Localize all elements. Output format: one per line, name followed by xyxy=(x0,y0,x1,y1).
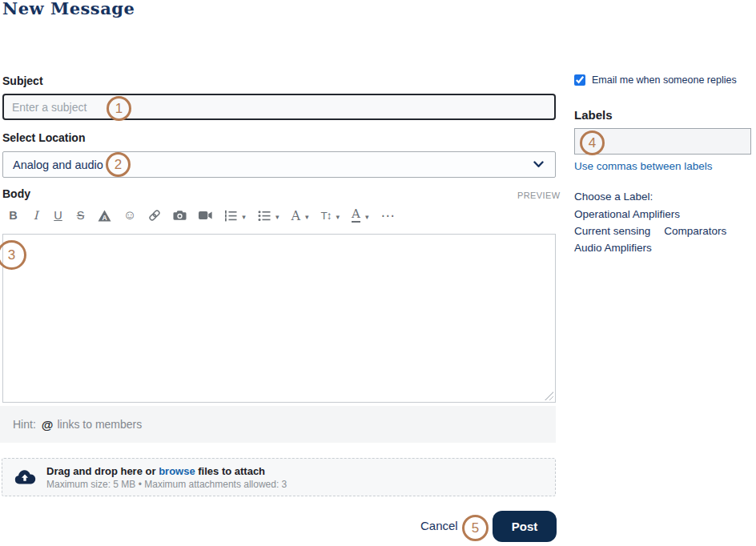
at-mention-symbol: @ xyxy=(42,418,54,432)
email-notify-label: Email me when someone replies xyxy=(592,74,737,86)
suggestion-row: Operational Amplifiers xyxy=(574,206,755,223)
email-notify-row: Email me when someone replies xyxy=(574,74,737,86)
label-link-audio-amplifiers[interactable]: Audio Amplifiers xyxy=(574,242,652,254)
attachment-dropzone[interactable]: Drag and drop here or browse files to at… xyxy=(2,458,556,496)
ordered-list-icon xyxy=(224,210,237,222)
bold-icon[interactable]: B xyxy=(8,206,18,225)
underline-icon[interactable]: U xyxy=(53,206,63,225)
annotation-2: 2 xyxy=(106,152,131,177)
text-color-dropdown[interactable]: A xyxy=(352,208,368,223)
subject-label: Subject xyxy=(2,74,43,87)
chevron-down-icon xyxy=(336,208,340,223)
location-label: Select Location xyxy=(2,131,85,144)
ordered-list-dropdown[interactable] xyxy=(224,208,246,223)
annotation-4: 4 xyxy=(580,130,605,155)
unordered-list-dropdown[interactable] xyxy=(258,208,279,223)
camera-icon xyxy=(173,210,187,221)
video-camera-icon xyxy=(199,211,212,220)
attachment-text: Drag and drop here or browse files to at… xyxy=(46,465,287,490)
spoiler-warning-icon[interactable]: A xyxy=(98,206,111,225)
label-link-operational-amplifiers[interactable]: Operational Amplifiers xyxy=(574,208,680,220)
insert-link-icon[interactable] xyxy=(148,206,161,225)
email-notify-checkbox[interactable] xyxy=(574,74,585,86)
page-title: New Message xyxy=(2,0,135,18)
label-suggestions: Operational Amplifiers Current sensingCo… xyxy=(574,206,755,256)
attachment-limits: Maximum size: 5 MB • Maximum attachments… xyxy=(46,479,287,490)
subject-input[interactable] xyxy=(2,94,556,120)
strikethrough-icon[interactable]: S xyxy=(75,206,86,225)
body-editor-container xyxy=(2,234,556,403)
labels-help-link[interactable]: Use commas between labels xyxy=(574,160,713,172)
attachment-text-before: Drag and drop here or xyxy=(46,465,159,477)
insert-image-icon[interactable] xyxy=(173,206,187,225)
body-label: Body xyxy=(2,187,30,200)
link-icon xyxy=(148,209,161,222)
location-selected-value: Analog and audio xyxy=(13,159,533,171)
cloud-upload-icon xyxy=(14,469,36,486)
new-message-page: New Message Subject Select Location Anal… xyxy=(0,0,756,546)
preview-toggle[interactable]: PREVIEW xyxy=(517,191,561,200)
annotation-5: 5 xyxy=(462,515,489,541)
attachment-text-after: files to attach xyxy=(195,465,265,477)
hint-suffix: links to members xyxy=(57,418,142,431)
text-color-icon: A xyxy=(352,208,360,223)
body-editor[interactable] xyxy=(3,235,555,402)
chevron-down-icon xyxy=(305,208,309,223)
warning-triangle-icon: A xyxy=(98,210,111,222)
font-size-dropdown[interactable]: T↕ xyxy=(321,208,340,223)
choose-label-text: Choose a Label: xyxy=(574,191,653,203)
font-size-icon: T↕ xyxy=(321,210,332,222)
suggestion-row: Current sensingComparators xyxy=(574,223,755,239)
chevron-down-icon xyxy=(275,208,279,223)
cancel-button[interactable]: Cancel xyxy=(420,519,458,532)
label-link-comparators[interactable]: Comparators xyxy=(664,225,726,237)
italic-icon[interactable]: I xyxy=(30,206,41,225)
body-toolbar: B I U S A ☺ xyxy=(8,203,395,227)
chevron-down-icon xyxy=(533,161,544,168)
svg-text:A: A xyxy=(102,214,107,222)
chevron-down-icon xyxy=(242,208,246,223)
chevron-down-icon xyxy=(365,208,369,223)
annotation-1: 1 xyxy=(107,96,131,121)
suggestion-row: Audio Amplifiers xyxy=(574,239,755,256)
post-button[interactable]: Post xyxy=(493,511,557,542)
browse-files-link[interactable]: browse xyxy=(159,465,195,477)
more-options-icon[interactable]: ⋯ xyxy=(380,206,395,225)
attachment-instruction: Drag and drop here or browse files to at… xyxy=(46,465,287,477)
hint-bar: Hint: @ links to members xyxy=(0,406,556,443)
emoji-icon[interactable]: ☺ xyxy=(123,206,136,225)
font-family-icon: A xyxy=(291,208,300,223)
font-family-dropdown[interactable]: A xyxy=(291,208,308,223)
location-select[interactable]: Analog and audio xyxy=(2,151,556,178)
insert-video-icon[interactable] xyxy=(199,206,212,225)
labels-heading: Labels xyxy=(574,108,613,122)
unordered-list-icon xyxy=(258,210,271,222)
label-link-current-sensing[interactable]: Current sensing xyxy=(574,225,650,237)
hint-prefix: Hint: xyxy=(13,418,36,431)
